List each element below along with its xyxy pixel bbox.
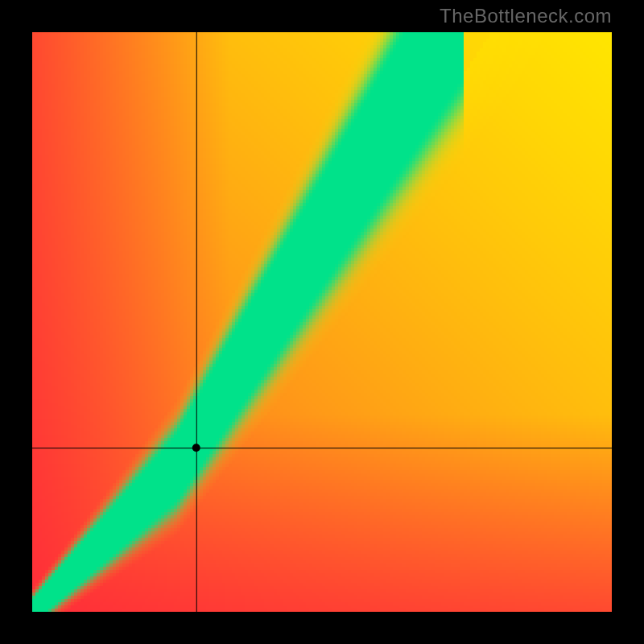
watermark-text: TheBottleneck.com <box>440 5 612 27</box>
heatmap-canvas <box>0 0 644 644</box>
